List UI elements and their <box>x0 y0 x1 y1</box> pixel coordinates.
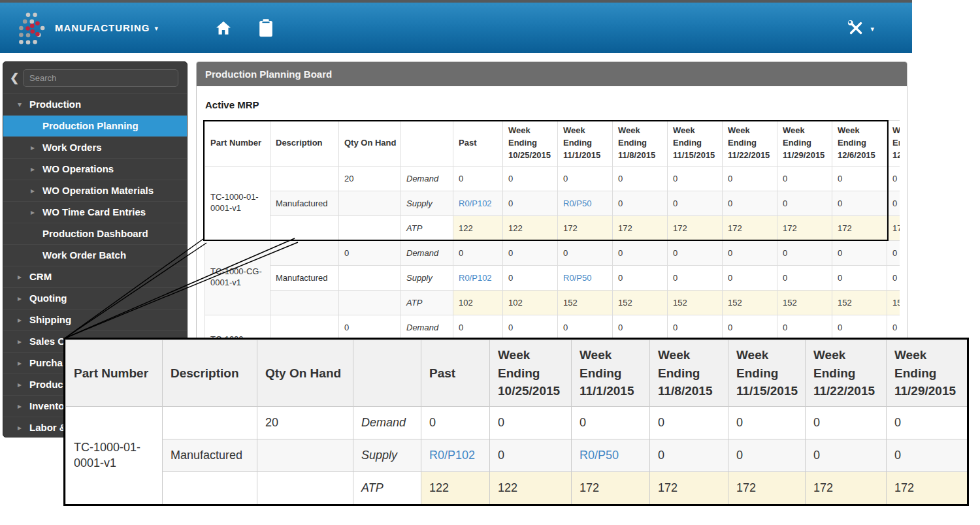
sidebar-item-wo-operation-materials[interactable]: WO Operation Materials <box>3 180 187 201</box>
qty-on-hand-cell <box>339 290 401 315</box>
value-cell: 152 <box>777 290 832 315</box>
column-header: Week Ending 10/25/2015 <box>503 121 558 167</box>
value-cell: 0 <box>421 407 490 439</box>
description-cell <box>163 407 257 439</box>
value-cell: 0 <box>832 240 887 265</box>
zoomed-mrp-table: Part NumberDescriptionQty On HandPastWee… <box>65 340 968 505</box>
sidebar-item-production[interactable]: Production <box>3 93 187 115</box>
sidebar-item-label: Work Order Batch <box>42 245 126 266</box>
value-cell: R0/P50 <box>558 191 613 215</box>
column-header: Qty On Hand <box>339 121 401 167</box>
description-cell <box>270 315 339 340</box>
clipboard-icon <box>257 18 274 38</box>
mrp-row: TC-1000-CG-0001-v10Demand000000000 <box>205 240 900 265</box>
sidebar-item-production-planning[interactable]: Production Planning <box>3 115 187 136</box>
value-cell: 0 <box>503 166 558 191</box>
value-cell: R0/P102 <box>421 439 490 472</box>
supply-order-link[interactable]: R0/P50 <box>563 199 591 208</box>
caret-right-icon <box>31 159 42 180</box>
supply-order-link[interactable]: R0/P102 <box>459 199 492 208</box>
value-cell: 0 <box>613 191 668 215</box>
value-cell: 0 <box>558 240 613 265</box>
sidebar-item-production-dashboard[interactable]: Production Dashboard <box>3 223 187 244</box>
tools-icon <box>846 18 866 38</box>
value-cell: R0/P50 <box>558 265 613 290</box>
caret-right-icon <box>18 310 29 330</box>
description-cell <box>270 290 339 315</box>
column-header <box>353 340 421 407</box>
brand-menu[interactable]: MANUFACTURING ▾ <box>0 10 158 46</box>
sidebar-item-work-order-batch[interactable]: Work Order Batch <box>3 244 187 266</box>
mrp-row: TC-1000-01-0001-v120Demand000000000 <box>205 166 900 191</box>
value-cell: 172 <box>887 215 900 240</box>
column-header: Description <box>270 121 339 167</box>
row-type-label: Demand <box>401 240 453 265</box>
caret-right-icon <box>18 266 29 287</box>
value-cell: 172 <box>613 215 668 240</box>
mrp-table-clip: Part NumberDescriptionQty On HandPastWee… <box>204 120 900 365</box>
sidebar-item-label: Purcha <box>29 353 63 374</box>
sidebar-item-label: Production <box>29 94 81 115</box>
sidebar-item-wo-operations[interactable]: WO Operations <box>3 158 187 180</box>
caret-right-icon <box>31 202 42 223</box>
chevron-down-icon: ▾ <box>870 25 874 33</box>
value-cell: R0/P102 <box>453 265 503 290</box>
sidebar-item-wo-time-card-entries[interactable]: WO Time Card Entries <box>3 201 187 223</box>
row-type-label: Supply <box>401 265 453 290</box>
value-cell: R0/P50 <box>572 439 650 472</box>
value-cell: 172 <box>887 472 968 505</box>
column-header: Week Ending 11/8/2015 <box>613 121 668 167</box>
value-cell: 0 <box>806 407 887 439</box>
supply-order-link[interactable]: R0/P50 <box>580 449 619 462</box>
row-type-label: Supply <box>401 191 453 215</box>
supply-order-link[interactable]: R0/P50 <box>563 273 591 283</box>
value-cell: 172 <box>723 215 777 240</box>
home-icon <box>214 19 233 37</box>
column-header: Week Ending 11/1/2015 <box>572 340 650 407</box>
value-cell: 152 <box>887 290 900 315</box>
mrp-row: ManufacturedSupplyR0/P1020R0/P50000000 <box>205 191 900 215</box>
value-cell: 122 <box>503 215 558 240</box>
tools-menu-button[interactable]: ▾ <box>846 18 874 38</box>
supply-order-link[interactable]: R0/P102 <box>429 449 475 462</box>
sidebar-item-label: CRM <box>29 266 52 287</box>
qty-on-hand-cell <box>339 191 401 215</box>
sidebar-item-label: Labor & <box>29 417 67 438</box>
value-cell: 0 <box>887 265 900 290</box>
mrp-table: Part NumberDescriptionQty On HandPastWee… <box>204 120 900 365</box>
search-input[interactable] <box>23 69 178 87</box>
clipboard-button[interactable] <box>257 18 274 38</box>
caret-down-icon <box>18 94 29 115</box>
value-cell: 152 <box>668 290 723 315</box>
panel-title: Production Planning Board <box>197 62 907 86</box>
column-header: Week Ending 11/22/2015 <box>806 340 887 407</box>
column-header: Week Ending 11/29/2015 <box>777 121 832 167</box>
value-cell: 0 <box>650 439 728 472</box>
sidebar-item-shipping[interactable]: Shipping <box>3 309 187 330</box>
value-cell: 102 <box>453 290 503 315</box>
supply-order-link[interactable]: R0/P102 <box>459 273 492 283</box>
value-cell: 122 <box>421 472 490 505</box>
caret-right-icon <box>18 396 29 417</box>
mrp-row: ManufacturedSupplyR0/P1020R0/P500000 <box>66 439 968 472</box>
home-button[interactable] <box>214 19 233 37</box>
sidebar-item-crm[interactable]: CRM <box>3 266 187 287</box>
row-type-label: Supply <box>353 439 421 472</box>
value-cell: 0 <box>832 265 887 290</box>
mrp-row: ManufacturedSupplyR0/P1020R0/P50000000 <box>205 265 900 290</box>
row-type-label: Demand <box>353 407 421 439</box>
value-cell: 0 <box>668 166 723 191</box>
value-cell: 0 <box>503 191 558 215</box>
sidebar-item-work-orders[interactable]: Work Orders <box>3 136 187 158</box>
sidebar-item-quoting[interactable]: Quoting <box>3 287 187 309</box>
value-cell: 152 <box>723 290 777 315</box>
caret-right-icon <box>18 353 29 374</box>
brand-label: MANUFACTURING <box>55 22 150 33</box>
qty-on-hand-cell <box>257 439 353 472</box>
value-cell: 0 <box>723 191 777 215</box>
row-type-label: Demand <box>401 315 453 340</box>
app-window: MANUFACTURING ▾ ▾ <box>0 0 980 525</box>
sidebar-collapse-button[interactable]: ❮ <box>6 71 23 85</box>
value-cell: 172 <box>777 215 832 240</box>
column-header: Week Ending 11/8/2015 <box>650 340 728 407</box>
